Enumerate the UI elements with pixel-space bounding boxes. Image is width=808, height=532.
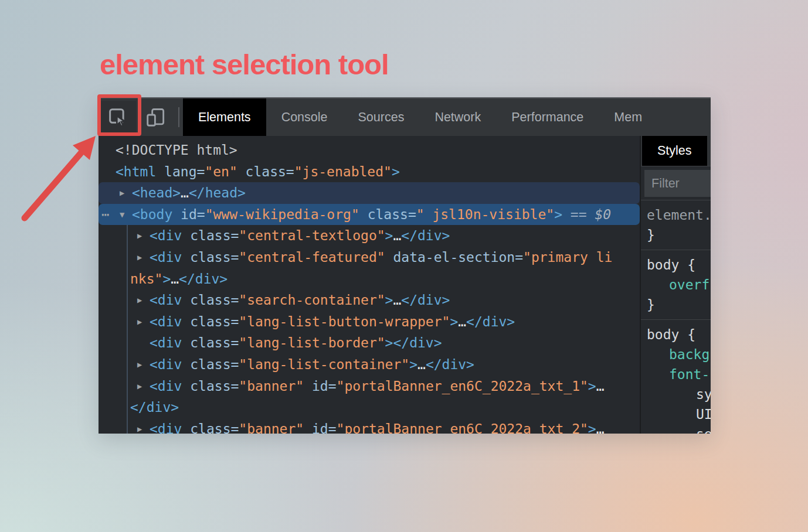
dom-node-text: <div class="banner" id="portalBanner_en6… — [99, 376, 605, 397]
annotation-arrow-icon — [12, 124, 111, 236]
tab-elements[interactable]: Elements — [183, 98, 266, 136]
chevron-right-icon[interactable]: ▶ — [137, 354, 142, 376]
chevron-right-icon[interactable]: ▶ — [137, 225, 142, 247]
tab-performance[interactable]: Performance — [496, 98, 599, 136]
styles-sections: element.}body {overf}body {backgfont-syU… — [641, 200, 711, 434]
dom-node-text: <div class="banner" id="portalBanner_en6… — [99, 418, 605, 434]
dom-row[interactable]: ▶<div class="lang-list-button-wrapper">…… — [99, 311, 640, 333]
style-line: se — [641, 424, 711, 434]
chevron-right-icon[interactable]: ▶ — [137, 418, 142, 434]
dom-node-text: <div class="lang-list-container">…</div> — [99, 354, 474, 376]
devtools-main: <!DOCTYPE html><html lang="en" class="js… — [99, 136, 711, 434]
tab-console[interactable]: Console — [266, 98, 343, 136]
dom-row[interactable]: nks">…</div> — [99, 268, 640, 290]
device-toolbar-button[interactable] — [140, 101, 172, 134]
chevron-right-icon[interactable]: ▶ — [137, 311, 142, 333]
annotation-highlight-box — [97, 94, 141, 136]
dom-node-text: <div class="central-textlogo">…</div> — [99, 225, 450, 247]
dom-row[interactable]: ▶<div class="central-featured" data-el-s… — [99, 247, 640, 268]
dom-row[interactable]: <div class="lang-list-border"></div> — [99, 332, 640, 354]
chevron-down-icon[interactable]: ▼ — [120, 204, 124, 226]
tab-network[interactable]: Network — [419, 98, 496, 136]
style-line: sy — [641, 384, 711, 404]
styles-panel: Styles element.}body {overf}body {backgf… — [640, 136, 711, 434]
style-line: body { — [641, 255, 711, 275]
dom-row[interactable]: ▶<div class="lang-list-container">…</div… — [99, 354, 640, 376]
style-line: font- — [641, 364, 711, 384]
dom-row[interactable]: ▶<div class="central-textlogo">…</div> — [99, 225, 640, 247]
chevron-right-icon[interactable]: ▶ — [137, 376, 142, 397]
dom-node-text: <!DOCTYPE html> — [99, 139, 237, 161]
style-line: } — [641, 225, 711, 245]
devtools-window: ElementsConsoleSourcesNetworkPerformance… — [99, 97, 711, 434]
tab-styles[interactable]: Styles — [642, 136, 707, 166]
style-rule[interactable]: body {overf} — [641, 250, 711, 320]
dom-row[interactable]: <html lang="en" class="js-enabled"> — [99, 161, 640, 183]
dom-node-text: </div> — [99, 397, 179, 418]
dom-row[interactable]: ⋯▼<body id="www-wikipedia-org" class=" j… — [99, 204, 640, 226]
chevron-right-icon[interactable]: ▶ — [137, 289, 142, 311]
dom-row[interactable]: ▶<head>…</head> — [99, 182, 640, 204]
toolbar-divider — [178, 107, 179, 127]
dom-row[interactable]: ▶<div class="banner" id="portalBanner_en… — [99, 376, 640, 397]
dom-node-text: <div class="lang-list-button-wrapper">…<… — [99, 311, 515, 333]
styles-filter-row — [641, 166, 711, 200]
style-line: body { — [641, 325, 711, 345]
row-actions-icon[interactable]: ⋯ — [101, 204, 108, 226]
page-title: element selection tool — [100, 48, 389, 81]
tab-mem[interactable]: Mem — [599, 98, 657, 136]
dom-node-text: <div class="lang-list-border"></div> — [99, 332, 442, 354]
style-line: overf — [641, 275, 711, 295]
dom-node-text: <div class="central-featured" data-el-se… — [99, 247, 612, 268]
chevron-right-icon[interactable]: ▶ — [120, 182, 124, 204]
dom-row[interactable]: <!DOCTYPE html> — [99, 139, 640, 161]
desktop-background: { "title": "element selection tool", "co… — [0, 0, 808, 532]
dom-row[interactable]: </div> — [99, 397, 640, 418]
style-line: backg — [641, 345, 711, 364]
devtools-toolbar: ElementsConsoleSourcesNetworkPerformance… — [99, 97, 711, 136]
dom-node-text: <body id="www-wikipedia-org" class=" jsl… — [99, 204, 611, 226]
styles-tabbar: Styles — [641, 136, 711, 166]
dom-node-text: nks">…</div> — [99, 268, 228, 290]
chevron-right-icon[interactable]: ▶ — [137, 247, 142, 268]
style-rule[interactable]: element.} — [641, 200, 711, 250]
devtools-tabs: ElementsConsoleSourcesNetworkPerformance… — [183, 98, 711, 136]
device-toolbar-icon — [145, 106, 167, 128]
style-line: } — [641, 295, 711, 315]
tab-sources[interactable]: Sources — [343, 98, 420, 136]
style-rule[interactable]: body {backgfont-syUIsefont- — [641, 320, 711, 434]
dom-node-text: <div class="search-container">…</div> — [99, 289, 450, 311]
dom-node-text: <html lang="en" class="js-enabled"> — [99, 161, 400, 183]
dom-row[interactable]: ▶<div class="banner" id="portalBanner_en… — [99, 418, 640, 434]
dom-row[interactable]: ▶<div class="search-container">…</div> — [99, 289, 640, 311]
dom-tree: <!DOCTYPE html><html lang="en" class="js… — [99, 136, 640, 434]
style-line: element. — [641, 205, 711, 225]
styles-filter-input[interactable] — [644, 170, 711, 197]
style-line: UI — [641, 404, 711, 424]
